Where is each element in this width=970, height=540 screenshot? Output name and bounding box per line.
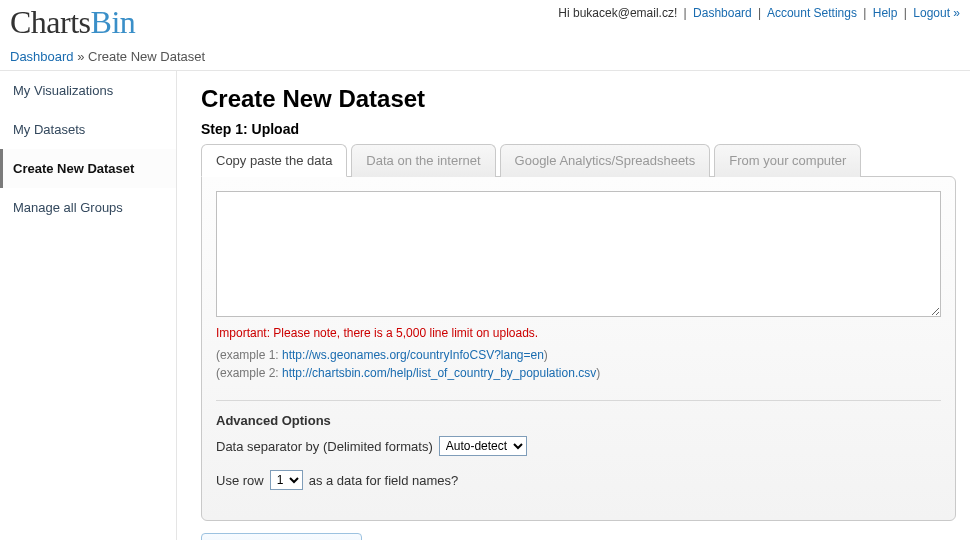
tab-label: Copy paste the data — [216, 153, 332, 168]
use-row-suffix: as a data for field names? — [309, 473, 459, 488]
advanced-options: Advanced Options Data separator by (Deli… — [216, 400, 941, 490]
nav-help-link[interactable]: Help — [873, 6, 898, 20]
sidebar-item-label: My Visualizations — [13, 83, 113, 98]
example2-prefix: (example 2: — [216, 366, 282, 380]
breadcrumb-separator: » — [74, 49, 88, 64]
step-heading: Step 1: Upload — [201, 121, 956, 137]
breadcrumb-root-link[interactable]: Dashboard — [10, 49, 74, 64]
tab-data-on-internet[interactable]: Data on the internet — [351, 144, 495, 177]
breadcrumb-current: Create New Dataset — [88, 49, 205, 64]
use-row-prefix: Use row — [216, 473, 264, 488]
tab-label: From your computer — [729, 153, 846, 168]
nav-account-settings-link[interactable]: Account Settings — [767, 6, 857, 20]
greeting-suffix: ! — [674, 6, 681, 20]
breadcrumb: Dashboard » Create New Dataset — [0, 41, 970, 71]
nav-logout-link[interactable]: Logout » — [913, 6, 960, 20]
page-title: Create New Dataset — [201, 85, 956, 113]
sidebar-item-label: Create New Dataset — [13, 161, 134, 176]
separator-select[interactable]: Auto-detectCommaTabSemicolonSpace — [439, 436, 527, 456]
example2-link[interactable]: http://chartsbin.com/help/list_of_countr… — [282, 366, 596, 380]
sidebar-item-label: My Datasets — [13, 122, 85, 137]
sidebar-item-my-visualizations[interactable]: My Visualizations — [0, 71, 176, 110]
upload-limit-warning: Important: Please note, there is a 5,000… — [216, 326, 941, 340]
nav-dashboard-link[interactable]: Dashboard — [693, 6, 752, 20]
logo-text-bin: Bin — [91, 4, 136, 40]
paste-data-textarea[interactable] — [216, 191, 941, 317]
example1-suffix: ) — [544, 348, 548, 362]
tab-from-computer[interactable]: From your computer — [714, 144, 861, 177]
main-content: Create New Dataset Step 1: Upload Copy p… — [177, 71, 970, 540]
advanced-options-heading: Advanced Options — [216, 413, 941, 428]
upload-tabs: Copy paste the data Data on the internet… — [201, 143, 956, 176]
tab-google-analytics[interactable]: Google Analytics/Spreadsheets — [500, 144, 711, 177]
greeting-prefix: Hi — [558, 6, 573, 20]
tab-label: Google Analytics/Spreadsheets — [515, 153, 696, 168]
example2-suffix: ) — [596, 366, 600, 380]
preview-button[interactable]: Preview of your data — [201, 533, 362, 540]
top-navigation: Hi bukacek@email.cz! | Dashboard | Accou… — [558, 4, 960, 20]
sidebar: My Visualizations My Datasets Create New… — [0, 71, 177, 540]
logo-text-charts: Charts — [10, 4, 91, 40]
sidebar-item-label: Manage all Groups — [13, 200, 123, 215]
logo[interactable]: ChartsBin — [10, 4, 135, 41]
use-row-select[interactable]: 12345 — [270, 470, 303, 490]
example1-prefix: (example 1: — [216, 348, 282, 362]
sidebar-item-manage-all-groups[interactable]: Manage all Groups — [0, 188, 176, 227]
sidebar-item-create-new-dataset[interactable]: Create New Dataset — [0, 149, 176, 188]
tab-panel-copy-paste: Important: Please note, there is a 5,000… — [201, 176, 956, 521]
sidebar-item-my-datasets[interactable]: My Datasets — [0, 110, 176, 149]
tab-copy-paste[interactable]: Copy paste the data — [201, 144, 347, 177]
tab-label: Data on the internet — [366, 153, 480, 168]
upload-examples: (example 1: http://ws.geonames.org/count… — [216, 346, 941, 382]
greeting-user: bukacek@email.cz — [573, 6, 674, 20]
separator-label: Data separator by (Delimited formats) — [216, 439, 433, 454]
example1-link[interactable]: http://ws.geonames.org/countryInfoCSV?la… — [282, 348, 544, 362]
